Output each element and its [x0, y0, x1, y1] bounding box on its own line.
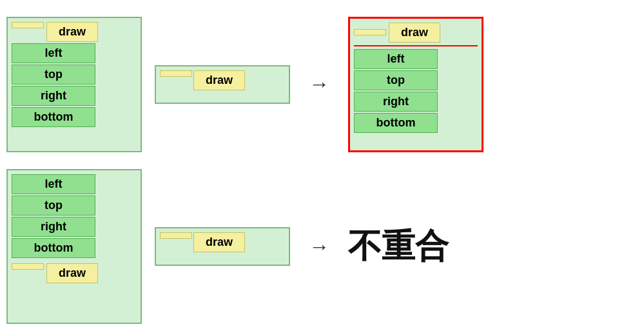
panel4-draw: draw — [46, 263, 98, 283]
main-container: draw left top right bottom draw → draw — [0, 0, 644, 331]
list-item: top — [354, 70, 438, 90]
panel3-list: left top right bottom — [354, 49, 438, 133]
panel2-small-spacer — [160, 70, 192, 77]
panel3-draw-row: draw — [354, 23, 478, 46]
list-item: left — [12, 43, 95, 63]
list-item: left — [12, 174, 95, 194]
panel1-top-row: draw — [12, 22, 137, 42]
list-item: bottom — [12, 107, 95, 127]
arrow-2-icon: → — [309, 235, 329, 259]
panel2-draw: draw — [193, 70, 245, 90]
panel-5: draw — [155, 227, 290, 266]
arrow-2: → — [303, 235, 335, 259]
panel3-small-spacer — [354, 29, 386, 35]
panel1-list: left top right bottom — [12, 43, 95, 127]
result-text: 不重合 — [348, 224, 449, 269]
list-item: right — [12, 217, 95, 237]
list-item: right — [12, 86, 95, 106]
bottom-row: left top right bottom draw draw → 不重合 — [6, 169, 638, 325]
panel-2: draw — [155, 65, 290, 104]
panel3-draw: draw — [389, 23, 440, 43]
panel4-bottom-row: draw — [12, 263, 137, 283]
panel1-small-spacer — [12, 22, 44, 28]
top-row: draw left top right bottom draw → draw — [6, 6, 638, 163]
panel4-list: left top right bottom — [12, 174, 95, 258]
panel1-draw: draw — [46, 22, 98, 42]
list-item: bottom — [12, 238, 95, 258]
panel-3-result: draw left top right bottom — [348, 17, 483, 152]
panel-1: draw left top right bottom — [6, 17, 142, 152]
list-item: right — [354, 92, 438, 112]
list-item: bottom — [354, 113, 438, 133]
panel-4: left top right bottom draw — [6, 169, 142, 324]
list-item: left — [354, 49, 438, 69]
panel4-small-spacer — [12, 263, 44, 270]
list-item: top — [12, 65, 95, 85]
panel5-small-spacer — [160, 232, 192, 239]
arrow-1-icon: → — [309, 72, 329, 96]
panel5-draw: draw — [193, 232, 245, 252]
list-item: top — [12, 196, 95, 216]
arrow-1: → — [303, 72, 335, 96]
